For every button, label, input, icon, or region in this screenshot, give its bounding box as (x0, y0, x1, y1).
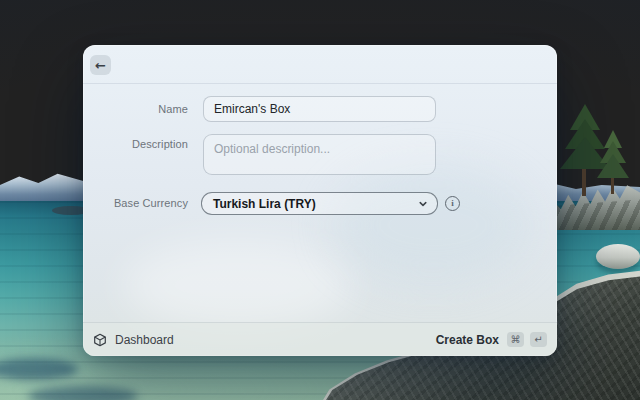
frosted-highlight (333, 165, 533, 285)
water-shadow (28, 386, 138, 400)
frosted-highlight (123, 240, 353, 330)
base-currency-label: Base Currency (83, 197, 188, 209)
name-input[interactable] (203, 96, 436, 122)
return-key-badge: ↵ (530, 332, 547, 347)
description-input[interactable] (203, 134, 436, 175)
box-icon (93, 333, 107, 347)
return-icon: ↵ (534, 335, 542, 345)
base-currency-value: Turkish Lira (TRY) (213, 197, 316, 211)
info-icon[interactable]: i (445, 196, 460, 211)
base-currency-select[interactable]: Turkish Lira (TRY) (201, 192, 438, 215)
command-icon: ⌘ (511, 335, 521, 345)
back-arrow-icon: ← (95, 59, 106, 72)
footer-app: Dashboard (93, 333, 174, 347)
create-box-label: Create Box (436, 333, 499, 347)
description-label: Description (83, 138, 188, 150)
window-footer: Dashboard Create Box ⌘ ↵ (83, 322, 557, 356)
desktop: ← Name Description Base Currency Turkish… (0, 0, 640, 400)
name-label: Name (83, 103, 188, 115)
water-boulder (596, 244, 640, 269)
create-box-button[interactable]: Create Box ⌘ ↵ (436, 332, 547, 347)
command-key-badge: ⌘ (507, 332, 524, 347)
pine-tree-small (597, 130, 629, 194)
create-box-window: ← Name Description Base Currency Turkish… (83, 45, 557, 356)
chevron-down-icon (418, 199, 428, 209)
dashboard-label: Dashboard (115, 333, 174, 347)
back-button[interactable]: ← (90, 55, 111, 75)
window-header: ← (83, 45, 557, 84)
